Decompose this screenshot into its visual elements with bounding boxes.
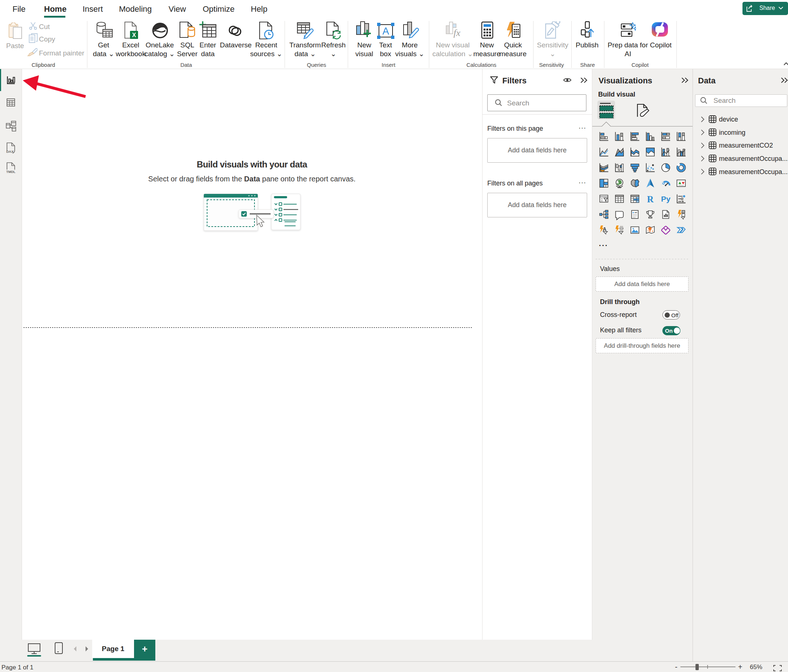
svg-text:R: R — [647, 194, 654, 204]
svg-text:fx: fx — [453, 27, 461, 38]
svg-text:DAX: DAX — [6, 149, 14, 154]
svg-text:TMDL: TMDL — [6, 170, 16, 173]
svg-text:Py: Py — [661, 195, 670, 203]
svg-text:X: X — [132, 32, 136, 38]
svg-text:A: A — [602, 226, 606, 232]
svg-text:A: A — [382, 26, 389, 37]
